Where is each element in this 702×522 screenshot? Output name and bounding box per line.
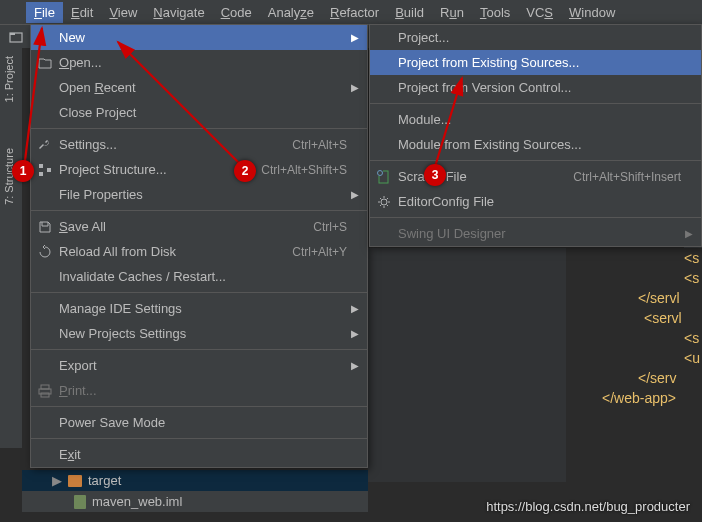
- menu-label-recent: Open Recent: [59, 80, 347, 95]
- menu-file[interactable]: File: [26, 2, 63, 23]
- menu-item-close-project[interactable]: Close Project: [31, 100, 367, 125]
- menu-label-newproj: New Projects Settings: [59, 326, 347, 341]
- menu-item-open[interactable]: Open...: [31, 50, 367, 75]
- submenu-arrow-icon: ▶: [351, 189, 359, 200]
- submenu-item-module-existing[interactable]: Module from Existing Sources...: [370, 132, 701, 157]
- menu-item-reload[interactable]: Reload All from Disk Ctrl+Alt+Y: [31, 239, 367, 264]
- submenu-item-existing-sources[interactable]: Project from Existing Sources...: [370, 50, 701, 75]
- gear-icon: [376, 194, 392, 210]
- open-folder-icon: [37, 55, 53, 71]
- menu-label-export: Export: [59, 358, 347, 373]
- menu-separator: [31, 349, 367, 350]
- menu-analyze[interactable]: Analyze: [260, 2, 322, 23]
- menu-item-print: Print...: [31, 378, 367, 403]
- main-menubar: File Edit View Navigate Code Analyze Ref…: [0, 0, 702, 24]
- submenu-arrow-icon: ▶: [351, 32, 359, 43]
- expand-arrow-icon: ▶: [52, 473, 62, 488]
- submenu-label-existing: Project from Existing Sources...: [398, 55, 681, 70]
- menu-label-open: Open...: [59, 55, 347, 70]
- svg-rect-5: [41, 385, 49, 389]
- menu-item-settings[interactable]: Settings... Ctrl+Alt+S: [31, 132, 367, 157]
- menu-run[interactable]: Run: [432, 2, 472, 23]
- open-project-icon[interactable]: [6, 27, 26, 47]
- menu-item-file-properties[interactable]: File Properties ▶: [31, 182, 367, 207]
- reload-icon: [37, 244, 53, 260]
- code-text: </serv: [566, 370, 677, 386]
- menu-label-fileprops: File Properties: [59, 187, 347, 202]
- menu-separator: [31, 438, 367, 439]
- menu-separator: [370, 160, 701, 161]
- folder-icon: [68, 475, 82, 487]
- svg-rect-4: [47, 168, 51, 172]
- print-icon: [37, 383, 53, 399]
- annotation-badge-3: 3: [424, 164, 446, 186]
- code-text: <s: [566, 250, 699, 266]
- menu-separator: [31, 128, 367, 129]
- menu-item-project-structure[interactable]: Project Structure... Ctrl+Alt+Shift+S: [31, 157, 367, 182]
- shortcut-text: Ctrl+Alt+Y: [292, 245, 347, 259]
- annotation-badge-1: 1: [12, 160, 34, 182]
- scratch-file-icon: [376, 169, 392, 185]
- menu-label-print: Print...: [59, 383, 347, 398]
- new-submenu: Project... Project from Existing Sources…: [369, 24, 702, 247]
- code-text: <u: [566, 350, 700, 366]
- submenu-arrow-icon: ▶: [685, 228, 693, 239]
- submenu-arrow-icon: ▶: [351, 82, 359, 93]
- tree-item-target[interactable]: ▶ target: [22, 470, 368, 491]
- menu-item-exit[interactable]: Exit: [31, 442, 367, 467]
- code-text: <s: [566, 330, 699, 346]
- menu-view[interactable]: View: [101, 2, 145, 23]
- menu-separator: [31, 406, 367, 407]
- tree-item-iml[interactable]: maven_web.iml: [22, 491, 368, 512]
- menu-build[interactable]: Build: [387, 2, 432, 23]
- menu-item-manage-ide[interactable]: Manage IDE Settings ▶: [31, 296, 367, 321]
- shortcut-text: Ctrl+Alt+S: [292, 138, 347, 152]
- shortcut-text: Ctrl+Alt+Shift+S: [261, 163, 347, 177]
- submenu-label-module-existing: Module from Existing Sources...: [398, 137, 681, 152]
- menu-label-saveall: Save All: [59, 219, 313, 234]
- svg-rect-1: [10, 33, 15, 35]
- menu-separator: [31, 210, 367, 211]
- menu-item-new-projects-settings[interactable]: New Projects Settings ▶: [31, 321, 367, 346]
- submenu-label-swing: Swing UI Designer: [398, 226, 681, 241]
- menu-vcs[interactable]: VCS: [518, 2, 561, 23]
- file-dropdown: New ▶ Open... Open Recent ▶ Close Projec…: [30, 24, 368, 468]
- submenu-arrow-icon: ▶: [351, 328, 359, 339]
- code-editor[interactable]: 8<s 9<s 10</servl 11<servl 12<s 13<u 14<…: [368, 248, 702, 482]
- structure-icon: [37, 162, 53, 178]
- menu-item-invalidate[interactable]: Invalidate Caches / Restart...: [31, 264, 367, 289]
- submenu-label-editorconfig: EditorConfig File: [398, 194, 681, 209]
- submenu-item-version-control[interactable]: Project from Version Control...: [370, 75, 701, 100]
- code-text: <s: [566, 270, 699, 286]
- svg-rect-2: [39, 164, 43, 168]
- submenu-label-project: Project...: [398, 30, 681, 45]
- menu-separator: [31, 292, 367, 293]
- menu-refactor[interactable]: Refactor: [322, 2, 387, 23]
- wrench-icon: [37, 137, 53, 153]
- tree-label-iml: maven_web.iml: [92, 494, 182, 509]
- menu-item-open-recent[interactable]: Open Recent ▶: [31, 75, 367, 100]
- submenu-item-module[interactable]: Module...: [370, 107, 701, 132]
- submenu-item-scratch[interactable]: Scratch File Ctrl+Alt+Shift+Insert: [370, 164, 701, 189]
- menu-item-new[interactable]: New ▶: [31, 25, 367, 50]
- code-text: </servl: [566, 290, 680, 306]
- menu-edit[interactable]: Edit: [63, 2, 101, 23]
- menu-tools[interactable]: Tools: [472, 2, 518, 23]
- menu-window[interactable]: Window: [561, 2, 623, 23]
- menu-label-structure: Project Structure...: [59, 162, 261, 177]
- menu-item-power-save[interactable]: Power Save Mode: [31, 410, 367, 435]
- menu-label-powersave: Power Save Mode: [59, 415, 347, 430]
- menu-code[interactable]: Code: [213, 2, 260, 23]
- submenu-item-editorconfig[interactable]: EditorConfig File: [370, 189, 701, 214]
- tree-label-target: target: [88, 473, 121, 488]
- side-tab-project[interactable]: 1: Project: [0, 48, 18, 110]
- submenu-item-project[interactable]: Project...: [370, 25, 701, 50]
- menu-item-export[interactable]: Export ▶: [31, 353, 367, 378]
- shortcut-text: Ctrl+S: [313, 220, 347, 234]
- menu-label-close: Close Project: [59, 105, 347, 120]
- menu-item-save-all[interactable]: Save All Ctrl+S: [31, 214, 367, 239]
- svg-rect-3: [39, 172, 43, 176]
- editor-gutter: [368, 248, 566, 482]
- menu-navigate[interactable]: Navigate: [145, 2, 212, 23]
- submenu-arrow-icon: ▶: [351, 360, 359, 371]
